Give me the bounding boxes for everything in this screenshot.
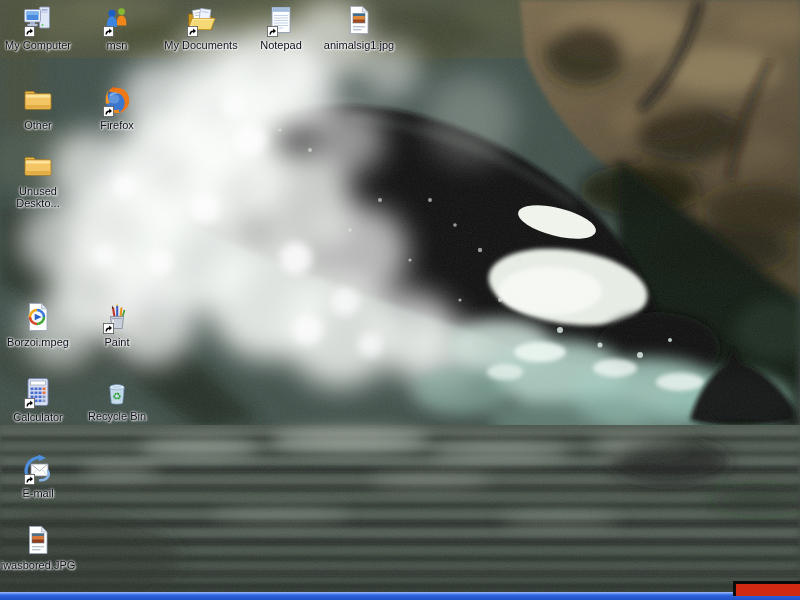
desktop-icon-calculator[interactable]: Calculator	[0, 376, 80, 423]
desktop-surface[interactable]: My Computer msn	[0, 0, 800, 600]
desktop-icon-iwasbored-jpg[interactable]: iwasbored.JPG	[0, 524, 80, 571]
my-computer-icon	[22, 4, 54, 36]
shortcut-arrow-icon	[103, 323, 114, 334]
firefox-icon	[101, 84, 133, 116]
svg-text:♻: ♻	[112, 390, 121, 402]
desktop-icon-borzoi-mpeg[interactable]: Borzoi.mpeg	[0, 301, 80, 348]
icon-label: My Computer	[0, 39, 80, 51]
shortcut-arrow-icon	[267, 26, 278, 37]
icon-label: iwasbored.JPG	[0, 559, 80, 571]
icon-label: E-mail	[0, 487, 80, 499]
desktop-icon-animalsig1-jpg[interactable]: animalsig1.jpg	[317, 4, 401, 51]
red-window-fragment[interactable]	[733, 581, 800, 596]
icon-label: Notepad	[239, 39, 323, 51]
image-file-icon	[343, 4, 375, 36]
recycle-bin-icon: ♻	[101, 375, 133, 407]
shortcut-arrow-icon	[24, 398, 35, 409]
icon-label: Paint	[75, 336, 159, 348]
taskbar-edge[interactable]	[0, 592, 800, 600]
desktop-icon-email[interactable]: E-mail	[0, 452, 80, 499]
folder-icon	[22, 84, 54, 116]
shortcut-arrow-icon	[103, 26, 114, 37]
email-icon	[22, 452, 54, 484]
desktop-icon-notepad[interactable]: Notepad	[239, 4, 323, 51]
desktop-icon-other-folder[interactable]: Other	[0, 84, 80, 131]
icon-label: Calculator	[0, 411, 80, 423]
media-file-icon	[22, 301, 54, 333]
icon-label: Borzoi.mpeg	[0, 336, 80, 348]
desktop-icon-my-documents[interactable]: My Documents	[159, 4, 243, 51]
shortcut-arrow-icon	[187, 26, 198, 37]
icon-label: animalsig1.jpg	[317, 39, 401, 51]
icon-label: Firefox	[75, 119, 159, 131]
shortcut-arrow-icon	[103, 106, 114, 117]
icon-label: msn	[75, 39, 159, 51]
icon-label: Other	[0, 119, 80, 131]
notepad-icon	[265, 4, 297, 36]
desktop-icon-unused-desktop-shortcuts[interactable]: Unused Deskto...	[0, 150, 80, 209]
icon-label: Unused Deskto...	[8, 185, 68, 209]
icon-label: My Documents	[159, 39, 243, 51]
msn-messenger-icon	[101, 4, 133, 36]
icon-label: Recycle Bin	[75, 410, 159, 422]
desktop-icon-firefox[interactable]: Firefox	[75, 84, 159, 131]
shortcut-arrow-icon	[24, 474, 35, 485]
shortcut-arrow-icon	[24, 26, 35, 37]
folder-icon	[22, 150, 54, 182]
paint-cup-icon	[101, 301, 133, 333]
my-documents-icon	[185, 4, 217, 36]
desktop-icon-paint[interactable]: Paint	[75, 301, 159, 348]
calculator-icon	[22, 376, 54, 408]
desktop-icon-msn[interactable]: msn	[75, 4, 159, 51]
image-file-icon	[22, 524, 54, 556]
desktop-icon-my-computer[interactable]: My Computer	[0, 4, 80, 51]
desktop-icon-recycle-bin[interactable]: ♻ Recycle Bin	[75, 375, 159, 422]
